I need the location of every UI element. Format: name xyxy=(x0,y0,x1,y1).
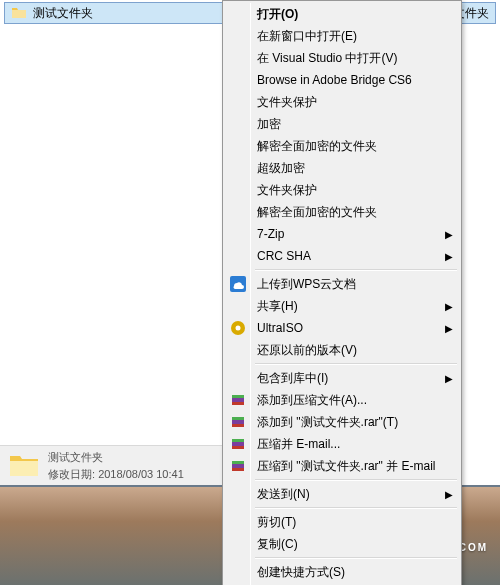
menu-folder-protect[interactable]: 文件夹保护 xyxy=(225,91,459,113)
menu-copy[interactable]: 复制(C) xyxy=(225,533,459,555)
menu-decrypt-all[interactable]: 解密全面加密的文件夹 xyxy=(225,135,459,157)
menu-create-shortcut[interactable]: 创建快捷方式(S) xyxy=(225,561,459,583)
menu-restore-previous[interactable]: 还原以前的版本(V) xyxy=(225,339,459,361)
menu-compress-email[interactable]: 压缩并 E-mail... xyxy=(225,433,459,455)
chevron-right-icon: ▶ xyxy=(445,229,453,240)
svg-rect-5 xyxy=(232,395,244,398)
svg-rect-12 xyxy=(232,446,244,449)
svg-rect-11 xyxy=(232,439,244,442)
svg-rect-8 xyxy=(232,417,244,420)
status-date: 修改日期: 2018/08/03 10:41 xyxy=(48,467,184,482)
menu-open[interactable]: 打开(O) xyxy=(225,3,459,25)
menu-crc-sha[interactable]: CRC SHA▶ xyxy=(225,245,459,267)
svg-rect-6 xyxy=(232,402,244,405)
menu-share[interactable]: 共享(H)▶ xyxy=(225,295,459,317)
menu-super-encrypt[interactable]: 超级加密 xyxy=(225,157,459,179)
folder-icon xyxy=(11,5,27,21)
svg-point-3 xyxy=(236,326,241,331)
menu-folder-protect-2[interactable]: 文件夹保护 xyxy=(225,179,459,201)
menu-browse-bridge[interactable]: Browse in Adobe Bridge CS6 xyxy=(225,69,459,91)
winrar-icon xyxy=(230,436,246,452)
menu-decrypt-all-2[interactable]: 解密全面加密的文件夹 xyxy=(225,201,459,223)
context-menu: 打开(O) 在新窗口中打开(E) 在 Visual Studio 中打开(V) … xyxy=(222,0,462,585)
ultraiso-icon xyxy=(230,320,246,336)
menu-upload-wps[interactable]: 上传到WPS云文档 xyxy=(225,273,459,295)
svg-rect-14 xyxy=(232,461,244,464)
winrar-icon xyxy=(230,392,246,408)
chevron-right-icon: ▶ xyxy=(445,323,453,334)
menu-7zip[interactable]: 7-Zip▶ xyxy=(225,223,459,245)
menu-open-new-window[interactable]: 在新窗口中打开(E) xyxy=(225,25,459,47)
menu-send-to[interactable]: 发送到(N)▶ xyxy=(225,483,459,505)
menu-add-rar[interactable]: 添加到 "测试文件夹.rar"(T) xyxy=(225,411,459,433)
status-bar: 测试文件夹 修改日期: 2018/08/03 10:41 xyxy=(0,445,240,485)
winrar-icon xyxy=(230,414,246,430)
menu-compress-rar-email[interactable]: 压缩到 "测试文件夹.rar" 并 E-mail xyxy=(225,455,459,477)
menu-include-library[interactable]: 包含到库中(I)▶ xyxy=(225,367,459,389)
menu-ultraiso[interactable]: UltraISO▶ xyxy=(225,317,459,339)
menu-open-visual-studio[interactable]: 在 Visual Studio 中打开(V) xyxy=(225,47,459,69)
menu-encrypt[interactable]: 加密 xyxy=(225,113,459,135)
chevron-right-icon: ▶ xyxy=(445,251,453,262)
svg-rect-9 xyxy=(232,424,244,427)
folder-icon-large xyxy=(8,452,40,480)
winrar-icon xyxy=(230,458,246,474)
menu-cut[interactable]: 剪切(T) xyxy=(225,511,459,533)
wps-cloud-icon xyxy=(230,276,246,292)
status-title: 测试文件夹 xyxy=(48,450,184,465)
svg-rect-15 xyxy=(232,468,244,471)
file-name: 测试文件夹 xyxy=(33,5,233,22)
chevron-right-icon: ▶ xyxy=(445,373,453,384)
chevron-right-icon: ▶ xyxy=(445,489,453,500)
menu-add-archive[interactable]: 添加到压缩文件(A)... xyxy=(225,389,459,411)
chevron-right-icon: ▶ xyxy=(445,301,453,312)
